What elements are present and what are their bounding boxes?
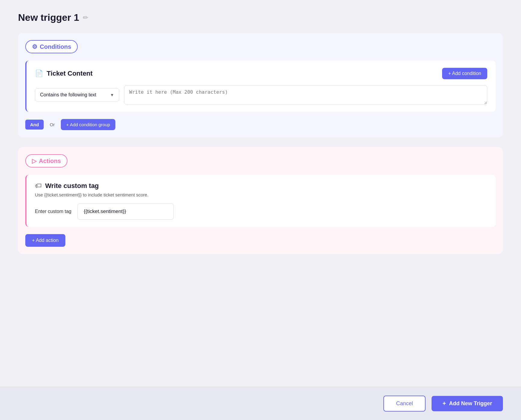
action-subtitle: Use {{ticket.sentiment}} to include tick… — [35, 192, 487, 197]
chevron-down-icon: ▼ — [110, 92, 114, 97]
custom-tag-input[interactable] — [77, 203, 174, 220]
condition-card-title: Ticket Content — [47, 70, 92, 77]
conditions-badge-label: Conditions — [40, 43, 71, 50]
action-field-label: Enter custom tag — [35, 209, 71, 214]
cancel-button[interactable]: Cancel — [383, 396, 426, 412]
condition-text-input[interactable] — [124, 85, 487, 105]
actions-badge-label: Actions — [39, 158, 61, 165]
footer-bar: Cancel + Add New Trigger — [0, 387, 521, 420]
or-button[interactable]: Or — [47, 120, 57, 130]
actions-section: ▷ Actions 🏷 Write custom tag Use {{ticke… — [18, 147, 503, 254]
condition-footer: And Or + Add condition group — [25, 119, 496, 130]
action-group-card: 🏷 Write custom tag Use {{ticket.sentimen… — [25, 175, 496, 227]
trigger-title-row: New trigger 1 ✏ — [18, 12, 503, 23]
conditions-icon: ⚙ — [32, 43, 37, 50]
condition-type-select[interactable]: Contains the following text ▼ — [35, 88, 119, 102]
ticket-content-icon: 📄 — [35, 70, 43, 77]
condition-card-title-area: 📄 Ticket Content — [35, 70, 92, 77]
actions-icon: ▷ — [32, 157, 36, 165]
action-field-row: Enter custom tag — [35, 203, 487, 220]
condition-row: Contains the following text ▼ — [35, 85, 487, 105]
and-button[interactable]: And — [25, 120, 44, 130]
plus-icon: + — [442, 400, 446, 407]
actions-badge: ▷ Actions — [25, 154, 67, 168]
conditions-badge: ⚙ Conditions — [25, 40, 78, 53]
tag-icon: 🏷 — [35, 182, 42, 190]
condition-select-value: Contains the following text — [40, 92, 96, 98]
add-condition-button[interactable]: + Add condition — [442, 68, 487, 79]
add-trigger-label: Add New Trigger — [449, 400, 492, 407]
edit-title-icon[interactable]: ✏ — [83, 14, 88, 22]
add-condition-group-button[interactable]: + Add condition group — [61, 119, 116, 130]
action-card-title-area: 🏷 Write custom tag — [35, 182, 487, 190]
action-card-title: Write custom tag — [45, 182, 99, 190]
add-new-trigger-button[interactable]: + Add New Trigger — [432, 396, 503, 411]
condition-group-card: 📄 Ticket Content + Add condition Contain… — [25, 61, 496, 112]
condition-card-header: 📄 Ticket Content + Add condition — [35, 68, 487, 79]
add-action-button[interactable]: + Add action — [25, 234, 65, 247]
page-title: New trigger 1 — [18, 12, 79, 23]
conditions-section: ⚙ Conditions 📄 Ticket Content + Add cond… — [18, 33, 503, 137]
